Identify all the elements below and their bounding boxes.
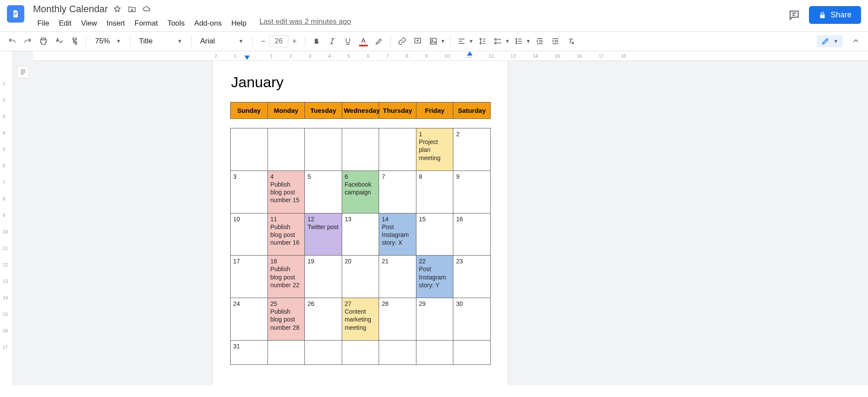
canvas-area: 1234567891011121314151617 2·1··1·2·3·4·5… [0, 51, 868, 385]
calendar-cell[interactable] [305, 340, 342, 364]
insert-link-button[interactable] [395, 34, 409, 48]
menu-format[interactable]: Format [130, 17, 162, 30]
paint-format-button[interactable] [68, 34, 82, 48]
calendar-cell[interactable]: 14Post Instagram story: X [379, 213, 416, 256]
share-button[interactable]: Share [809, 6, 861, 24]
menu-help[interactable]: Help [227, 17, 251, 30]
calendar-cell[interactable]: 12Twitter post [305, 213, 342, 256]
menu-file[interactable]: File [33, 17, 53, 30]
redo-button[interactable] [21, 34, 35, 48]
calendar-cell[interactable] [342, 340, 379, 364]
calendar-cell[interactable]: 2 [453, 128, 491, 171]
calendar-cell[interactable]: 11Publish blog post number 16 [267, 213, 305, 256]
calendar-cell[interactable]: 13 [342, 213, 379, 256]
print-button[interactable] [36, 34, 50, 48]
hide-menus-button[interactable] [849, 34, 863, 48]
calendar-cell[interactable]: 10 [231, 213, 268, 256]
show-outline-button[interactable] [17, 66, 29, 78]
calendar-cell[interactable]: 4Publish blog post number 15 [267, 171, 305, 213]
calendar-cell[interactable]: 21 [379, 256, 416, 298]
calendar-cell[interactable] [416, 340, 453, 364]
insert-image-button[interactable]: ▼ [426, 34, 446, 48]
calendar-cell[interactable]: 19 [305, 256, 342, 298]
right-indent-marker[interactable] [467, 51, 472, 56]
event-text: Publish blog post number 22 [271, 265, 302, 289]
font-size-input[interactable]: 26 [269, 35, 288, 47]
underline-button[interactable] [341, 34, 355, 48]
decrease-indent-button[interactable] [533, 34, 547, 48]
horizontal-ruler[interactable]: 2·1··1·2·3·4·5·6·7·8·9·10·11·12·13·14·15… [33, 51, 868, 61]
menu-view[interactable]: View [77, 17, 102, 30]
calendar-cell[interactable] [267, 340, 305, 364]
bulleted-list-button[interactable]: ▼ [512, 34, 531, 48]
spellcheck-button[interactable] [52, 34, 66, 48]
last-edit-link[interactable]: Last edit was 2 minutes ago [260, 17, 351, 30]
zoom-select[interactable]: 75%▼ [91, 35, 125, 47]
calendar-cell[interactable] [231, 128, 268, 171]
calendar-cell[interactable]: 16 [453, 213, 491, 256]
calendar-cell[interactable]: 18Publish blog post number 22 [267, 256, 305, 298]
calendar-cell[interactable] [453, 340, 491, 364]
calendar-cell[interactable]: 25Publish blog post number 28 [267, 298, 305, 341]
h-ruler-tick: 8· [406, 53, 411, 59]
calendar-cell[interactable] [379, 340, 416, 364]
calendar-cell[interactable]: 5 [305, 171, 342, 213]
paragraph-style-select[interactable]: Title▼ [135, 35, 187, 47]
calendar-cell[interactable]: 3 [231, 171, 268, 213]
docs-logo-icon[interactable] [7, 5, 24, 23]
menu-edit[interactable]: Edit [54, 17, 76, 30]
h-ruler-tick: 6· [367, 53, 373, 59]
align-select[interactable]: ▼ [455, 34, 474, 48]
line-spacing-button[interactable] [475, 34, 489, 48]
clear-formatting-button[interactable] [564, 34, 578, 48]
menu-addons[interactable]: Add-ons [190, 17, 226, 30]
cloud-status-icon[interactable] [142, 5, 151, 13]
calendar-cell[interactable]: 8 [416, 171, 453, 213]
increase-indent-button[interactable] [548, 34, 562, 48]
move-icon[interactable] [128, 5, 136, 13]
calendar-cell[interactable]: 1Project plan meeting [416, 128, 453, 171]
calendar-cell[interactable]: 29 [416, 298, 453, 341]
calendar-cell[interactable]: 9 [453, 171, 491, 213]
page-title[interactable]: January [231, 74, 491, 91]
calendar-cell[interactable] [305, 128, 342, 171]
calendar-cell[interactable]: 7 [379, 171, 416, 213]
calendar-cell[interactable]: 22Post Instagram story: Y [416, 256, 453, 298]
calendar-cell[interactable]: 26 [305, 298, 342, 341]
calendar-cell[interactable]: 17 [231, 256, 268, 298]
calendar-cell[interactable]: 27Content marketing meeting [342, 298, 379, 341]
calendar-cell[interactable]: 20 [342, 256, 379, 298]
calendar-cell[interactable]: 24 [231, 298, 268, 341]
italic-button[interactable] [325, 34, 339, 48]
calendar-cell[interactable] [342, 128, 379, 171]
document-page[interactable]: January SundayMondayTuesdayWednesdayThur… [213, 61, 508, 385]
vertical-ruler[interactable]: 1234567891011121314151617 [0, 51, 13, 385]
calendar-cell[interactable]: 6Facebook campaign [342, 171, 379, 213]
calendar-cell[interactable]: 28 [379, 298, 416, 341]
text-color-button[interactable] [356, 34, 370, 48]
calendar-cell[interactable]: 31 [231, 340, 268, 364]
editing-mode-select[interactable]: ▼ [817, 35, 843, 47]
h-ruler-tick: 3· [309, 53, 314, 59]
open-comments-button[interactable] [788, 9, 800, 21]
add-comment-button[interactable] [411, 34, 425, 48]
calendar-cell[interactable] [267, 128, 305, 171]
font-family-select[interactable]: Arial▼ [196, 35, 248, 47]
calendar-cell[interactable] [379, 128, 416, 171]
calendar-cell[interactable]: 30 [453, 298, 491, 341]
document-title[interactable]: Monthly Calendar [33, 3, 108, 15]
undo-button[interactable] [5, 34, 19, 48]
menu-insert[interactable]: Insert [102, 17, 129, 30]
highlight-color-button[interactable] [372, 34, 386, 48]
left-indent-marker[interactable] [244, 56, 250, 60]
day-number: 15 [419, 215, 451, 223]
calendar-cell[interactable]: 15 [416, 213, 453, 256]
font-size-decrease[interactable]: − [257, 37, 269, 46]
font-size-increase[interactable]: + [288, 37, 300, 46]
calendar-table[interactable]: SundayMondayTuesdayWednesdayThursdayFrid… [230, 102, 491, 365]
star-icon[interactable] [113, 5, 122, 13]
checklist-button[interactable]: ▼ [491, 34, 510, 48]
bold-button[interactable] [310, 34, 323, 48]
calendar-cell[interactable]: 23 [453, 256, 491, 298]
menu-tools[interactable]: Tools [163, 17, 189, 30]
